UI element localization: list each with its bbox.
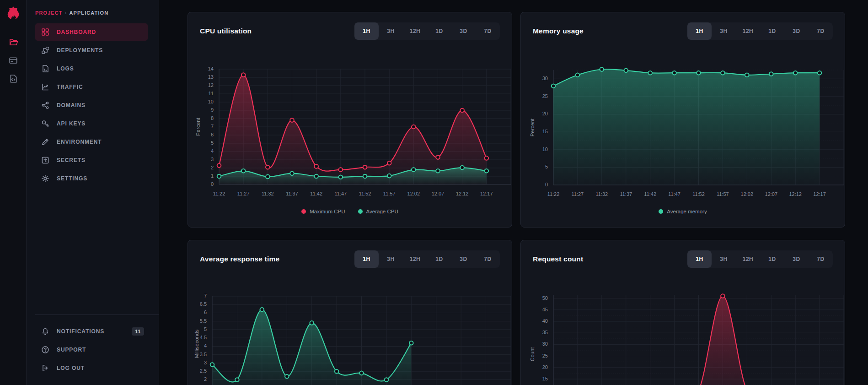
deployments-icon <box>41 46 49 54</box>
svg-text:6.5: 6.5 <box>200 301 207 307</box>
range-12h-button[interactable]: 12H <box>403 250 427 268</box>
sidebar-item-logout[interactable]: LOG OUT <box>35 359 148 377</box>
svg-text:2.5: 2.5 <box>200 368 207 374</box>
svg-text:12:12: 12:12 <box>789 191 802 197</box>
sidebar-item-label: DOMAINS <box>57 102 86 108</box>
icon-rail <box>0 0 27 385</box>
logout-icon <box>41 364 49 372</box>
app-root: PROJECT›APPLICATION DASHBOARDDEPLOYMENTS… <box>0 0 868 385</box>
svg-text:25: 25 <box>542 93 548 99</box>
sidebar-item-traffic[interactable]: TRAFFIC <box>35 78 148 96</box>
traffic-icon <box>41 83 49 91</box>
secrets-icon <box>41 156 49 164</box>
sidebar-item-label: DEPLOYMENTS <box>57 47 103 54</box>
breadcrumb-separator: › <box>65 10 67 16</box>
dashboard-content: CPU utilisation 1H3H12H1D3D7D 0123456789… <box>159 0 868 385</box>
range-1h-button[interactable]: 1H <box>687 250 712 268</box>
rail-item-billing[interactable] <box>0 51 27 70</box>
svg-text:20: 20 <box>542 364 548 370</box>
legend-item[interactable]: Maximum CPU <box>301 209 345 214</box>
range-1h-button[interactable]: 1H <box>354 250 379 268</box>
svg-text:5.5: 5.5 <box>200 318 207 324</box>
range-3h-button[interactable]: 3H <box>379 250 403 268</box>
legend-item[interactable]: Average memory <box>659 209 707 214</box>
range-1d-button[interactable]: 1D <box>760 250 784 268</box>
svg-text:5: 5 <box>211 140 214 146</box>
svg-text:10: 10 <box>208 99 214 104</box>
svg-text:35: 35 <box>542 330 548 335</box>
sidebar-item-deployments[interactable]: DEPLOYMENTS <box>35 42 148 59</box>
svg-text:7: 7 <box>204 293 207 298</box>
sidebar-item-label: NOTIFICATIONS <box>57 328 104 335</box>
card-header-cpu: CPU utilisation 1H3H12H1D3D7D <box>188 12 512 46</box>
svg-text:45: 45 <box>542 307 548 312</box>
range-3h-button[interactable]: 3H <box>712 22 736 40</box>
notifications-badge: 11 <box>132 327 144 336</box>
range-1d-button[interactable]: 1D <box>427 22 451 40</box>
range-12h-button[interactable]: 12H <box>403 22 427 40</box>
range-3h-button[interactable]: 3H <box>712 250 736 268</box>
rail-item-templates[interactable] <box>0 70 27 88</box>
legend-item[interactable]: Average CPU <box>358 209 398 214</box>
legend-label: Maximum CPU <box>310 209 345 214</box>
svg-text:11:52: 11:52 <box>692 191 705 197</box>
svg-text:3: 3 <box>211 157 214 162</box>
svg-text:50: 50 <box>542 295 548 301</box>
sidebar-item-api-keys[interactable]: API KEYS <box>35 115 148 132</box>
sidebar-item-label: SECRETS <box>57 157 86 163</box>
range-3h-button[interactable]: 3H <box>379 22 403 40</box>
svg-text:15: 15 <box>542 376 548 381</box>
card-title-cpu: CPU utilisation <box>200 27 252 35</box>
sidebar-item-settings[interactable]: SETTINGS <box>35 170 148 187</box>
rail-item-projects[interactable] <box>0 33 27 51</box>
range-3d-button[interactable]: 3D <box>451 22 476 40</box>
svg-text:11:37: 11:37 <box>620 191 632 197</box>
range-1d-button[interactable]: 1D <box>760 22 784 40</box>
sidebar-item-support[interactable]: SUPPORT <box>35 341 148 358</box>
range-7d-button[interactable]: 7D <box>476 250 500 268</box>
svg-text:12:02: 12:02 <box>741 191 754 197</box>
range-12h-button[interactable]: 12H <box>736 250 760 268</box>
svg-text:12:02: 12:02 <box>407 191 420 196</box>
card-title-request-count: Request count <box>533 255 583 263</box>
svg-text:6: 6 <box>211 132 214 137</box>
sidebar-item-logs[interactable]: LOGS <box>35 60 148 77</box>
svg-text:12:07: 12:07 <box>432 191 445 196</box>
range-1h-button[interactable]: 1H <box>687 22 712 40</box>
sidebar-item-label: ENVIRONMENT <box>57 139 102 145</box>
range-3d-button[interactable]: 3D <box>451 250 476 268</box>
svg-text:0: 0 <box>545 182 548 187</box>
sidebar-item-notifications[interactable]: NOTIFICATIONS11 <box>35 323 148 340</box>
range-12h-button[interactable]: 12H <box>736 22 760 40</box>
domains-icon <box>41 101 49 109</box>
range-7d-button[interactable]: 7D <box>809 250 833 268</box>
chart-card-cpu: CPU utilisation 1H3H12H1D3D7D 0123456789… <box>188 12 512 228</box>
nest-logo[interactable] <box>5 5 21 21</box>
range-7d-button[interactable]: 7D <box>476 22 500 40</box>
svg-text:11:27: 11:27 <box>572 191 584 197</box>
svg-text:20: 20 <box>542 111 548 116</box>
range-1d-button[interactable]: 1D <box>427 250 451 268</box>
sidebar-item-environment[interactable]: ENVIRONMENT <box>35 133 148 151</box>
breadcrumb-project[interactable]: PROJECT <box>35 10 63 16</box>
time-range-group: 1H3H12H1D3D7D <box>354 250 500 268</box>
range-1h-button[interactable]: 1H <box>354 22 379 40</box>
svg-text:40: 40 <box>542 318 548 324</box>
breadcrumb-application[interactable]: APPLICATION <box>69 10 108 16</box>
svg-text:30: 30 <box>542 341 548 347</box>
svg-text:12:07: 12:07 <box>765 191 778 197</box>
legend-dot <box>659 209 663 214</box>
sidebar-item-dashboard[interactable]: DASHBOARD <box>35 23 148 41</box>
svg-text:11:42: 11:42 <box>644 191 656 197</box>
svg-text:14: 14 <box>208 66 214 71</box>
range-3d-button[interactable]: 3D <box>784 22 809 40</box>
sidebar-item-secrets[interactable]: SECRETS <box>35 152 148 169</box>
folder-open-icon <box>9 38 18 47</box>
svg-text:3.5: 3.5 <box>200 352 207 357</box>
range-7d-button[interactable]: 7D <box>809 22 833 40</box>
range-3d-button[interactable]: 3D <box>784 250 809 268</box>
svg-text:11:42: 11:42 <box>310 191 322 196</box>
sidebar-footer-nav: NOTIFICATIONS11SUPPORTLOG OUT <box>27 323 159 377</box>
sidebar-item-domains[interactable]: DOMAINS <box>35 97 148 114</box>
svg-text:11: 11 <box>209 91 214 96</box>
